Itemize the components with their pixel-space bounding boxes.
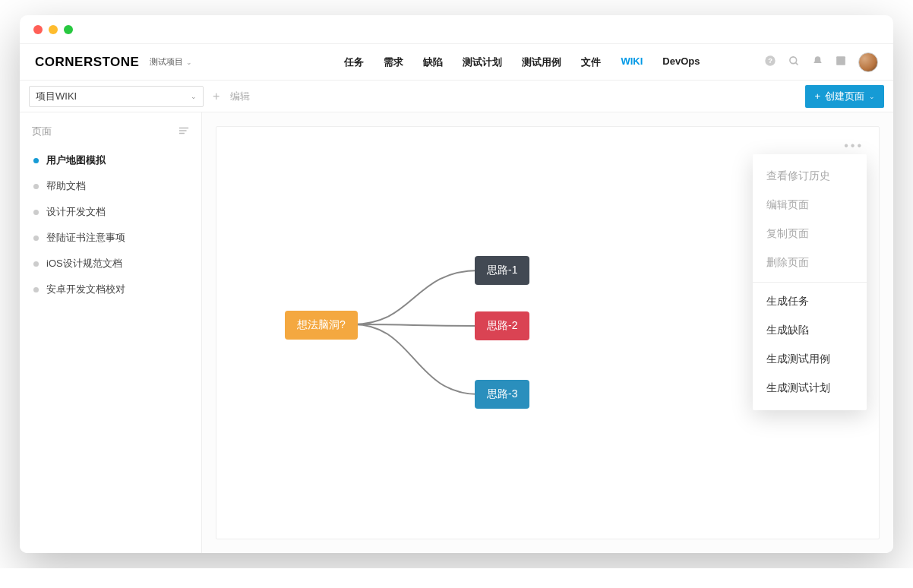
tab-wiki[interactable]: WIKI	[621, 55, 643, 69]
tab-test-cases[interactable]: 测试用例	[522, 55, 561, 69]
help-icon[interactable]: ?	[764, 55, 776, 69]
wiki-select[interactable]: 项目WIKI ⌄	[29, 86, 204, 107]
create-page-label: 创建页面	[825, 90, 864, 103]
context-menu: 查看修订历史 编辑页面 复制页面 删除页面 生成任务 生成缺陷 生成测试用例 生…	[753, 154, 867, 410]
create-page-button[interactable]: + 创建页面 ⌄	[805, 85, 884, 108]
bullet-icon	[33, 261, 39, 267]
edit-label[interactable]: 编辑	[230, 90, 250, 103]
wiki-select-label: 项目WIKI	[36, 90, 77, 103]
menu-edit-page[interactable]: 编辑页面	[753, 191, 867, 220]
mindmap-node[interactable]: 思路-3	[475, 380, 529, 409]
maximize-window-button[interactable]	[64, 25, 73, 34]
bullet-icon	[33, 210, 39, 215]
bullet-icon	[33, 236, 39, 241]
sort-icon[interactable]	[178, 126, 189, 138]
mindmap-node[interactable]: 思路-1	[475, 256, 529, 285]
grid-icon[interactable]	[836, 55, 846, 68]
sidebar-title: 页面	[32, 125, 52, 138]
mindmap-node[interactable]: 思路-2	[475, 311, 529, 340]
plus-icon: +	[814, 90, 820, 102]
sidebar-item-label: iOS设计规范文档	[46, 257, 122, 270]
tab-devops[interactable]: DevOps	[662, 55, 700, 69]
traffic-lights	[33, 25, 73, 34]
bell-icon[interactable]	[812, 55, 823, 69]
menu-view-history[interactable]: 查看修订历史	[753, 162, 867, 191]
bullet-icon	[33, 287, 39, 292]
window-titlebar	[20, 15, 893, 44]
nav-tabs: 任务 需求 缺陷 测试计划 测试用例 文件 WIKI DevOps	[344, 55, 700, 69]
sidebar-item[interactable]: 设计开发文档	[32, 199, 189, 225]
workspace: 页面 用户地图模拟 帮助文档 设计开发文档 登陆证书注意事项	[20, 112, 893, 553]
bullet-icon	[33, 158, 39, 163]
add-wiki-icon[interactable]: +	[213, 90, 220, 103]
top-nav: CORNERSTONE 测试项目 ⌄ 任务 需求 缺陷 测试计划 测试用例 文件…	[20, 44, 893, 81]
menu-generate-defect[interactable]: 生成缺陷	[753, 316, 867, 345]
sidebar-item-label: 帮助文档	[46, 179, 86, 193]
sidebar-header: 页面	[32, 125, 189, 138]
sidebar-item-label: 用户地图模拟	[46, 153, 106, 167]
app-window: CORNERSTONE 测试项目 ⌄ 任务 需求 缺陷 测试计划 测试用例 文件…	[20, 15, 893, 553]
mindmap-root-node[interactable]: 想法脑洞?	[285, 311, 358, 340]
sidebar-item-label: 安卓开发文档校对	[46, 283, 125, 296]
chevron-down-icon: ⌄	[191, 93, 197, 100]
tab-files[interactable]: 文件	[581, 55, 601, 69]
sidebar-item[interactable]: 登陆证书注意事项	[32, 225, 189, 251]
menu-copy-page[interactable]: 复制页面	[753, 220, 867, 248]
tab-test-plan[interactable]: 测试计划	[463, 55, 502, 69]
search-icon[interactable]	[788, 55, 800, 69]
top-right-actions: ?	[764, 52, 878, 72]
sidebar-item[interactable]: 安卓开发文档校对	[32, 277, 189, 302]
sidebar-item[interactable]: 帮助文档	[32, 173, 189, 199]
menu-divider	[753, 282, 867, 283]
sidebar-item[interactable]: 用户地图模拟	[32, 147, 189, 173]
tab-tasks[interactable]: 任务	[344, 55, 364, 69]
minimize-window-button[interactable]	[49, 25, 58, 34]
menu-generate-test-case[interactable]: 生成测试用例	[753, 345, 867, 374]
tab-defects[interactable]: 缺陷	[423, 55, 443, 69]
project-switcher[interactable]: 测试项目 ⌄	[150, 56, 192, 68]
svg-point-2	[790, 56, 797, 63]
menu-generate-test-plan[interactable]: 生成测试计划	[753, 374, 867, 403]
brand-logo: CORNERSTONE	[35, 55, 139, 70]
sidebar: 页面 用户地图模拟 帮助文档 设计开发文档 登陆证书注意事项	[20, 112, 202, 553]
menu-delete-page[interactable]: 删除页面	[753, 248, 867, 277]
sidebar-item[interactable]: iOS设计规范文档	[32, 251, 189, 277]
sidebar-item-label: 设计开发文档	[46, 205, 106, 219]
canvas-area: ••• 想法脑洞? 思路-1 思路-2 思路-3 查看修订历史 编辑页面 复制页…	[202, 112, 893, 553]
project-switch-label: 测试项目	[150, 56, 183, 68]
menu-generate-task[interactable]: 生成任务	[753, 287, 867, 316]
avatar[interactable]	[858, 52, 878, 72]
svg-line-3	[795, 62, 798, 65]
tab-requirements[interactable]: 需求	[384, 55, 403, 69]
chevron-down-icon: ⌄	[186, 58, 192, 66]
bullet-icon	[33, 184, 39, 189]
more-options-icon[interactable]: •••	[844, 139, 864, 153]
sub-toolbar: 项目WIKI ⌄ + 编辑 + 创建页面 ⌄	[20, 81, 893, 112]
svg-rect-4	[836, 56, 845, 65]
svg-text:?: ?	[768, 57, 772, 65]
mindmap-sheet[interactable]: ••• 想法脑洞? 思路-1 思路-2 思路-3 查看修订历史 编辑页面 复制页…	[216, 126, 880, 539]
chevron-down-icon: ⌄	[869, 93, 875, 100]
sidebar-item-label: 登陆证书注意事项	[46, 231, 125, 245]
close-window-button[interactable]	[33, 25, 43, 34]
